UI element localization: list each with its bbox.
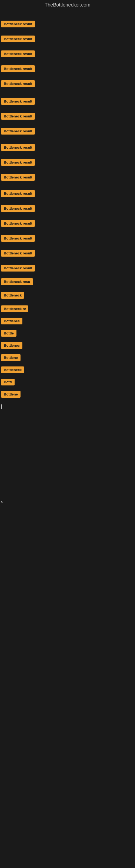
bottleneck-badge: Bottleneck result	[1, 144, 35, 151]
bottleneck-item: Bottle	[1, 330, 16, 338]
bottleneck-item: Bottleneck result	[1, 80, 35, 88]
bottleneck-item: Bottleneck re	[1, 305, 28, 313]
cursor-indicator	[1, 404, 2, 409]
site-title: TheBottlenecker.com	[0, 0, 135, 11]
bottleneck-badge: Bottleneck result	[1, 174, 35, 181]
bottleneck-badge: Bottleneck result	[1, 220, 35, 227]
bottleneck-badge: Bottleneck result	[1, 21, 35, 27]
bottleneck-badge: Bottlene	[1, 354, 20, 361]
bottleneck-badge: Bottle	[1, 330, 16, 337]
bottleneck-item: Bottleneck result	[1, 65, 35, 73]
bottleneck-badge: Bottlenec	[1, 342, 22, 349]
bottleneck-badge: Bottleneck resu	[1, 278, 33, 285]
bottleneck-item: Bottleneck	[1, 367, 24, 374]
bottleneck-badge: Bottleneck result	[1, 51, 35, 57]
bottleneck-item: Bottleneck resu	[1, 278, 33, 286]
bottleneck-badge: Bottlenec	[1, 318, 22, 324]
bottleneck-badge: Bottleneck result	[1, 35, 35, 42]
bottleneck-badge: Bottl	[1, 379, 14, 385]
bottleneck-item: Bottleneck result	[1, 190, 35, 198]
bottleneck-badge: Bottleneck result	[1, 265, 35, 272]
bottleneck-item: Bottleneck result	[1, 113, 35, 121]
bottleneck-item: Bottleneck result	[1, 128, 35, 135]
trailing-char: c	[1, 499, 3, 503]
bottleneck-item: Bottleneck result	[1, 98, 35, 106]
bottleneck-item: Bottlene	[1, 391, 20, 399]
bottleneck-item: Bottleneck result	[1, 51, 35, 58]
bottleneck-item: Bottleneck result	[1, 235, 35, 243]
bottleneck-item: Bottleneck	[1, 292, 24, 300]
bottleneck-badge: Bottlene	[1, 391, 20, 398]
bottleneck-badge: Bottleneck result	[1, 128, 35, 134]
bottleneck-item: Bottleneck result	[1, 265, 35, 273]
bottleneck-badge: Bottleneck result	[1, 235, 35, 242]
bottleneck-badge: Bottleneck result	[1, 205, 35, 212]
items-container: Bottleneck resultBottleneck resultBottle…	[0, 11, 135, 868]
bottleneck-item: Bottleneck result	[1, 21, 35, 29]
bottleneck-badge: Bottleneck	[1, 292, 24, 299]
bottleneck-item: Bottleneck result	[1, 159, 35, 167]
bottleneck-badge: Bottleneck result	[1, 159, 35, 166]
bottleneck-item: Bottlene	[1, 354, 20, 362]
bottleneck-item: Bottlenec	[1, 342, 22, 350]
bottleneck-badge: Bottleneck result	[1, 98, 35, 105]
bottleneck-item: Bottl	[1, 379, 14, 386]
bottleneck-badge: Bottleneck result	[1, 65, 35, 72]
bottleneck-item: Bottleneck result	[1, 205, 35, 213]
bottleneck-badge: Bottleneck result	[1, 80, 35, 87]
bottleneck-badge: Bottleneck result	[1, 250, 35, 257]
bottleneck-item: Bottleneck result	[1, 250, 35, 258]
bottleneck-item: Bottlenec	[1, 318, 22, 326]
bottleneck-item: Bottleneck result	[1, 220, 35, 228]
bottleneck-item: Bottleneck result	[1, 144, 35, 152]
bottleneck-item: Bottleneck result	[1, 174, 35, 182]
bottleneck-badge: Bottleneck result	[1, 190, 35, 197]
bottleneck-badge: Bottleneck result	[1, 113, 35, 120]
bottleneck-badge: Bottleneck re	[1, 305, 28, 312]
bottleneck-item: Bottleneck result	[1, 35, 35, 43]
bottleneck-badge: Bottleneck	[1, 367, 24, 373]
